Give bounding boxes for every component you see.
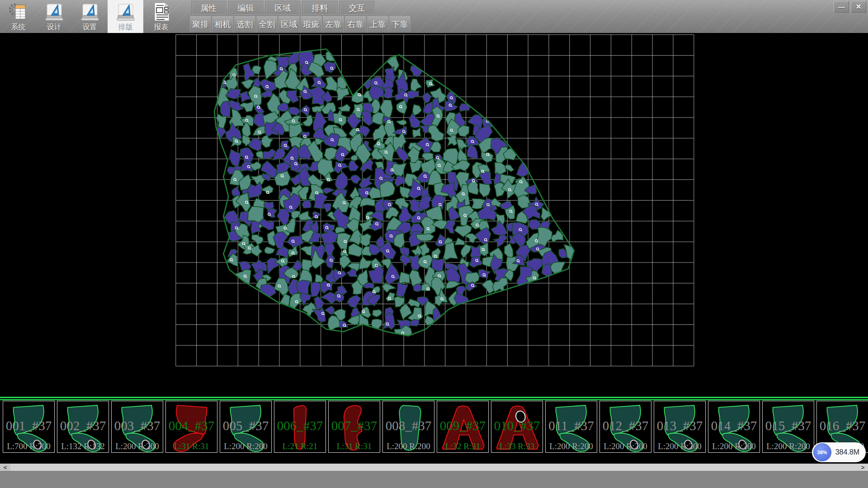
- piece-name-label: 007_#37: [329, 418, 380, 433]
- piece-thumbnail-12[interactable]: 012_#37L:200 R:200: [599, 401, 651, 453]
- scroll-right-button[interactable]: >: [858, 464, 868, 471]
- piece-lr-label: L:200 R:200: [220, 441, 271, 451]
- piece-name-label: 006_#37: [274, 418, 326, 433]
- toolbar-button-label: 设置: [83, 23, 97, 32]
- piece-lr-label: L:200 R:200: [708, 441, 760, 451]
- piece-thumbnail-13[interactable]: 013_#37L:200 R:200: [654, 401, 706, 453]
- piece-name-label: 013_#37: [654, 418, 705, 433]
- menu-item-5[interactable]: 交互: [340, 1, 374, 15]
- memory-percent-badge: 38%: [813, 443, 831, 461]
- scrollbar-track[interactable]: [10, 464, 858, 471]
- piece-lr-label: L:33 R:33: [491, 441, 542, 451]
- green-line-top: [0, 397, 868, 398]
- menu-item-2[interactable]: 编辑: [229, 1, 263, 15]
- main-toolbar: 系统设计设置排版报表: [0, 0, 179, 33]
- ruler-icon: [115, 1, 136, 22]
- tool-item-9[interactable]: 上靠: [367, 16, 388, 33]
- nesting-canvas[interactable]: [0, 33, 868, 397]
- nested-pieces: [215, 47, 581, 338]
- piece-name-label: 012_#37: [600, 418, 651, 433]
- tool-item-6[interactable]: 瑕疵: [301, 16, 322, 33]
- window-controls: — ✕: [834, 1, 866, 13]
- toolbar-button-settings[interactable]: 设置: [72, 0, 108, 33]
- window-footer: [0, 471, 868, 488]
- horizontal-scrollbar[interactable]: < >: [0, 464, 868, 471]
- menu-row-2: 聚排相机选割全割区域瑕疵左靠右靠上靠下靠: [190, 16, 410, 33]
- ruler-icon: [80, 1, 100, 22]
- tool-item-1[interactable]: 聚排: [190, 16, 211, 33]
- piece-lr-label: L:200 R:200: [383, 441, 434, 451]
- report-icon: [151, 1, 172, 22]
- piece-name-label: 015_#37: [763, 418, 814, 433]
- close-button[interactable]: ✕: [851, 1, 866, 13]
- piece-thumbnail-6[interactable]: 006_#37L:21 R:21: [274, 401, 326, 453]
- tool-item-3[interactable]: 选割: [234, 16, 255, 33]
- piece-thumbnail-3[interactable]: 003_#37L:200 R:200: [111, 401, 163, 453]
- piece-thumbnail-10[interactable]: 010_#37L:33 R:33: [491, 401, 543, 453]
- piece-thumbnail-1[interactable]: 001_#37L:700 R:700: [3, 401, 55, 453]
- piece-thumbnail-4[interactable]: 004_#37L:31 R:31: [165, 401, 217, 453]
- piece-thumbnail-8[interactable]: 008_#37L:200 R:200: [382, 401, 434, 453]
- piece-lr-label: L:21 R:21: [274, 441, 326, 451]
- menu-item-4[interactable]: 排料: [303, 1, 337, 15]
- tool-item-7[interactable]: 左靠: [323, 16, 344, 33]
- piece-name-label: 008_#37: [383, 418, 434, 433]
- nesting-canvas-svg[interactable]: [0, 33, 868, 397]
- scroll-left-button[interactable]: <: [0, 464, 10, 471]
- piece-lr-label: L:132 R:132: [57, 441, 108, 451]
- piece-lr-label: L:700 R:700: [3, 441, 54, 451]
- piece-lr-label: L:31 R:31: [166, 441, 217, 451]
- app-window: 系统设计设置排版报表 属性编辑区域排料交互 聚排相机选割全割区域瑕疵左靠右靠上靠…: [0, 0, 868, 488]
- system-icon: [8, 1, 29, 22]
- toolbar-button-label: 系统: [11, 23, 26, 32]
- menu-row-1: 属性编辑区域排料交互: [192, 1, 374, 15]
- toolbar-button-label: 报表: [154, 23, 169, 32]
- menu-item-1[interactable]: 属性: [192, 1, 226, 15]
- piece-name-label: 005_#37: [220, 418, 271, 433]
- piece-thumbnail-2[interactable]: 002_#37L:132 R:132: [57, 401, 109, 453]
- piece-thumbnail-15[interactable]: 015_#37L:200 R:200: [762, 401, 814, 453]
- memory-badge: 38% 384.8M: [812, 442, 866, 462]
- piece-name-label: 014_#37: [708, 418, 760, 433]
- piece-lr-label: L:31 R:31: [329, 441, 380, 451]
- toolbar-button-layout[interactable]: 排版: [108, 0, 143, 33]
- piece-name-label: 016_#37: [817, 418, 868, 433]
- toolbar-button-label: 设计: [47, 23, 61, 32]
- ruler-icon: [44, 1, 65, 22]
- memory-size-label: 384.8M: [835, 448, 859, 456]
- piece-thumbnail-9[interactable]: 009_#37L:32 R:31: [437, 401, 489, 453]
- piece-name-label: 009_#37: [437, 418, 488, 433]
- piece-thumbnail-7[interactable]: 007_#37L:31 R:31: [328, 401, 380, 453]
- piece-name-label: 004_#37: [166, 418, 217, 433]
- toolbar-button-system[interactable]: 系统: [0, 0, 36, 33]
- piece-name-label: 001_#37: [3, 418, 54, 433]
- piece-lr-label: L:200 R:200: [763, 441, 814, 451]
- tool-item-4[interactable]: 全割: [256, 16, 278, 33]
- toolbar-button-design[interactable]: 设计: [36, 0, 72, 33]
- piece-name-label: 002_#37: [57, 418, 108, 433]
- piece-lr-label: L:200 R:200: [600, 441, 651, 451]
- piece-name-label: 010_#37: [491, 418, 542, 433]
- menu-item-3[interactable]: 区域: [266, 1, 300, 15]
- toolbar-button-report[interactable]: 报表: [143, 0, 179, 33]
- piece-lr-label: L:200 R:200: [654, 441, 705, 451]
- piece-thumbnail-11[interactable]: 011_#37L:200 R:200: [545, 401, 597, 453]
- tool-item-2[interactable]: 相机: [212, 16, 233, 33]
- piece-thumbnail-5[interactable]: 005_#37L:200 R:200: [220, 401, 272, 453]
- piece-lr-label: L:200 R:200: [112, 441, 163, 451]
- toolbar-button-label: 排版: [118, 23, 133, 32]
- tool-item-10[interactable]: 下靠: [389, 16, 410, 33]
- piece-thumbnail-strip: 001_#37L:700 R:700002_#37L:132 R:132003_…: [0, 400, 868, 453]
- tool-item-8[interactable]: 右靠: [345, 16, 366, 33]
- toolbar: 系统设计设置排版报表 属性编辑区域排料交互 聚排相机选割全割区域瑕疵左靠右靠上靠…: [0, 0, 868, 33]
- piece-name-label: 011_#37: [546, 418, 597, 433]
- piece-thumbnail-14[interactable]: 014_#37L:200 R:200: [708, 401, 760, 453]
- piece-lr-label: L:32 R:31: [437, 441, 488, 451]
- piece-lr-label: L:200 R:200: [546, 441, 597, 451]
- piece-name-label: 003_#37: [112, 418, 163, 433]
- minimize-button[interactable]: —: [834, 1, 849, 13]
- tool-item-5[interactable]: 区域: [278, 16, 300, 33]
- green-separator: [0, 397, 868, 400]
